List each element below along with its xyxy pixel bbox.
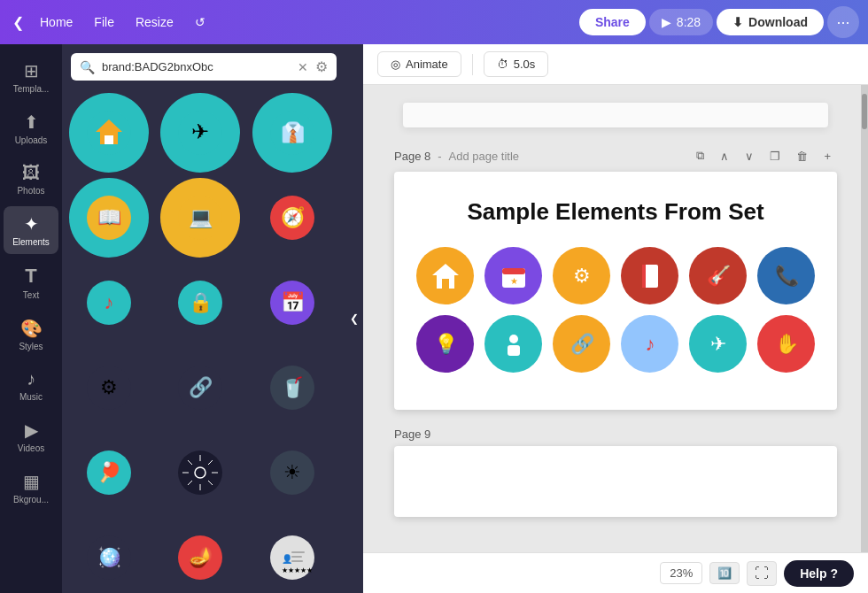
sidebar-item-background[interactable]: ▦ Bkgrou... xyxy=(4,464,58,512)
svg-text:✈: ✈ xyxy=(191,119,209,143)
sidebar-item-photos[interactable]: 🖼 Photos xyxy=(4,156,58,203)
more-options-button[interactable]: ··· xyxy=(827,6,859,38)
scroll-indicator xyxy=(861,85,868,552)
page-number-button[interactable]: 🔟 xyxy=(709,562,740,584)
svg-text:📞: 📞 xyxy=(774,264,799,288)
zoom-display[interactable]: 23% xyxy=(660,562,702,584)
home-button[interactable]: Home xyxy=(31,10,81,35)
file-button[interactable]: File xyxy=(85,10,123,35)
scroll-thumb xyxy=(862,94,867,129)
search-clear-icon[interactable]: ✕ xyxy=(298,60,308,74)
sidebar-item-styles[interactable]: 🎨 Styles xyxy=(4,311,58,358)
text-icon: T xyxy=(25,265,36,288)
page-copy-layout-button[interactable]: ⧉ xyxy=(690,145,710,166)
back-chevron-icon[interactable]: ❮ xyxy=(9,11,27,35)
canvas-icon-guitar[interactable]: 🎸 xyxy=(689,247,747,304)
styles-icon: 🎨 xyxy=(20,318,43,339)
page8-add-title[interactable]: Add page title xyxy=(449,150,520,163)
canvas-scroll[interactable]: Page 8 - Add page title ⧉ ∧ ∨ ❐ 🗑 + Samp… xyxy=(363,85,868,552)
previous-page-partial xyxy=(403,103,828,127)
element-lamp[interactable]: 🪔 xyxy=(160,518,240,593)
canvas-icon-bulb[interactable]: 💡 xyxy=(416,315,474,373)
canvas-icon-plane[interactable]: ✈ xyxy=(689,315,747,373)
element-coffee[interactable]: 🥤 xyxy=(252,348,332,427)
page8-icon-row1: ★ ⚙ 🎸 📞 xyxy=(415,247,816,304)
canvas-icon-gear[interactable]: ⚙ xyxy=(553,247,610,304)
page8-header: Page 8 - Add page title ⧉ ∧ ∨ ❐ 🗑 + xyxy=(394,145,837,166)
canvas-icon-book[interactable] xyxy=(621,247,678,304)
page8-icon-row2: 💡 🔗 ♪ ✈ xyxy=(415,315,816,373)
page-delete-button[interactable]: 🗑 xyxy=(790,145,814,166)
element-waiter[interactable]: 👔 xyxy=(252,93,332,173)
svg-text:🎸: 🎸 xyxy=(706,264,731,288)
element-burst[interactable] xyxy=(160,433,240,512)
page-duplicate-button[interactable]: ❐ xyxy=(763,145,787,166)
sidebar-item-music[interactable]: ♪ Music xyxy=(4,362,58,409)
resize-button[interactable]: Resize xyxy=(127,10,182,35)
svg-rect-61 xyxy=(508,345,520,356)
page-add-button[interactable]: + xyxy=(818,145,837,166)
canvas-icon-home[interactable] xyxy=(416,247,474,304)
uploads-icon: ⬆ xyxy=(24,112,39,133)
element-discoball[interactable]: 🪩 xyxy=(69,518,149,593)
element-laptop[interactable]: 💻 xyxy=(160,178,240,258)
canvas-icon-person[interactable] xyxy=(484,315,542,373)
search-filter-icon[interactable]: ⚙ xyxy=(315,58,328,75)
sidebar-item-uploads[interactable]: ⬆ Uploads xyxy=(4,104,58,152)
collapse-panel-button[interactable]: ❮ xyxy=(345,44,363,593)
search-input[interactable] xyxy=(102,60,291,73)
element-calendar[interactable]: 📅 xyxy=(252,263,332,343)
page-number-icon: 🔟 xyxy=(717,566,732,580)
page9-header: Page 9 xyxy=(394,427,837,441)
element-airplane[interactable]: ✈ xyxy=(160,93,240,173)
sidebar-item-videos[interactable]: ▶ Videos xyxy=(4,412,58,460)
element-sun[interactable]: ☀ xyxy=(252,433,332,512)
play-button[interactable]: ▶ 8:28 xyxy=(649,9,713,35)
element-home[interactable] xyxy=(69,93,149,173)
share-button[interactable]: Share xyxy=(579,9,646,35)
canvas-area: ◎ Animate ⏱ 5.0s Page 8 - Add page title xyxy=(363,44,868,593)
element-compass[interactable]: 🧭 xyxy=(252,178,332,258)
help-button[interactable]: Help ? xyxy=(784,560,854,587)
bottom-bar: 23% 🔟 ⛶ Help ? xyxy=(363,552,868,593)
undo-button[interactable]: ↺ xyxy=(186,10,214,35)
svg-text:★: ★ xyxy=(509,276,517,286)
svg-text:⚙: ⚙ xyxy=(573,265,591,287)
element-gear[interactable]: ⚙ xyxy=(69,348,149,427)
canvas-icon-calendar-star[interactable]: ★ xyxy=(484,247,542,304)
svg-text:📖: 📖 xyxy=(97,205,122,229)
page-move-up-button[interactable]: ∧ xyxy=(714,145,735,166)
animate-button[interactable]: ◎ Animate xyxy=(377,51,461,77)
canvas-icon-hand[interactable]: ✋ xyxy=(757,315,815,373)
svg-text:🏓: 🏓 xyxy=(97,460,122,484)
canvas-icon-phone[interactable]: 📞 xyxy=(757,247,815,304)
element-chain[interactable]: 🔗 xyxy=(160,348,240,427)
duration-button[interactable]: ⏱ 5.0s xyxy=(484,51,549,77)
svg-point-60 xyxy=(509,335,518,343)
element-book[interactable]: 📖 xyxy=(69,178,149,258)
element-lock[interactable]: 🔒 xyxy=(160,263,240,343)
svg-text:🔗: 🔗 xyxy=(189,375,213,399)
sidebar-item-templates[interactable]: ⊞ Templa... xyxy=(4,53,58,101)
canvas-icon-chain[interactable]: 🔗 xyxy=(553,315,610,373)
canvas-icon-music-note[interactable]: ♪ xyxy=(621,315,678,373)
play-time: 8:28 xyxy=(677,15,701,29)
page9-canvas xyxy=(394,446,837,517)
page8-canvas-inner: Sample Elements From Set ★ ⚙ xyxy=(394,172,837,410)
elements-panel: 🔍 ✕ ⚙ ✈ 👔 📖 💻 🧭 xyxy=(62,44,345,593)
fullscreen-button[interactable]: ⛶ xyxy=(747,561,777,586)
page-move-down-button[interactable]: ∨ xyxy=(739,145,760,166)
svg-text:🪔: 🪔 xyxy=(189,545,213,569)
sidebar-item-elements[interactable]: ✦ Elements xyxy=(4,206,58,254)
svg-text:🪩: 🪩 xyxy=(97,545,122,569)
element-pingpong[interactable]: 🏓 xyxy=(69,433,149,512)
toolbar-divider xyxy=(472,54,473,75)
page9-label: Page 9 xyxy=(394,427,430,441)
element-music[interactable]: ♪ xyxy=(69,263,149,343)
svg-text:✈: ✈ xyxy=(710,333,726,355)
download-button[interactable]: ⬇ Download xyxy=(717,9,824,35)
svg-rect-45 xyxy=(291,551,305,553)
element-usercard[interactable]: 👤★★★★★ xyxy=(252,518,332,593)
sidebar-item-text[interactable]: T Text xyxy=(4,258,58,307)
svg-text:👔: 👔 xyxy=(280,120,305,144)
